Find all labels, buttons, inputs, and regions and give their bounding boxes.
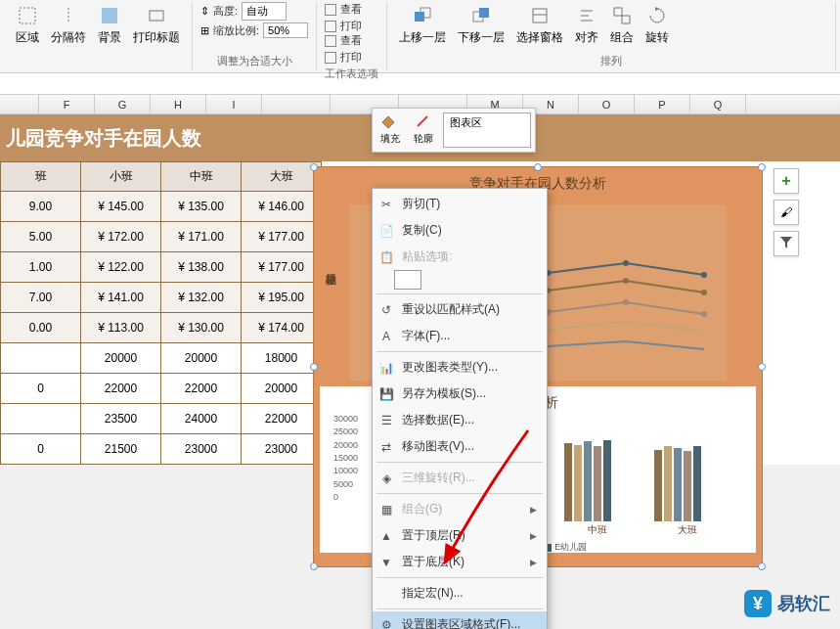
col-header[interactable]: P (635, 95, 690, 113)
col-header[interactable]: I (206, 95, 262, 113)
ribbon-label: 上移一层 (399, 29, 446, 46)
mini-label: 轮廓 (414, 132, 433, 146)
chart-styles-button[interactable]: 🖌 (774, 200, 799, 225)
menu-font[interactable]: A字体(F)... (373, 323, 547, 349)
menu-sep (376, 462, 543, 463)
rotate-icon (645, 4, 669, 27)
chart-element-combo[interactable]: 图表区 (443, 112, 531, 148)
menu-label: 字体(F)... (402, 328, 450, 344)
resize-handle[interactable] (758, 562, 766, 570)
svg-point-24 (701, 311, 707, 317)
menu-label: 三维旋转(R)... (402, 470, 475, 486)
send-backward-button[interactable]: 下移一层 (454, 2, 508, 48)
ribbon-print-titles-button[interactable]: 打印标题 (129, 2, 184, 48)
watermark: ¥ 易软汇 (744, 590, 830, 617)
align-button[interactable]: 对齐 (571, 2, 602, 48)
table-row: 0215002300023000 (1, 434, 322, 465)
ribbon-region-button[interactable]: 区域 (12, 2, 43, 48)
group-label: 排列 (395, 52, 827, 70)
col-header[interactable]: Q (690, 95, 746, 113)
col-header[interactable]: H (151, 95, 206, 113)
svg-rect-3 (150, 11, 163, 21)
menu-copy[interactable]: 📄复制(C) (373, 217, 547, 244)
group-menu-icon: ▦ (378, 502, 394, 517)
menu-label: 选择数据(E)... (402, 412, 474, 428)
svg-rect-6 (479, 8, 489, 18)
menu-reset[interactable]: ↺重设以匹配样式(A) (373, 296, 547, 323)
menu-label: 设置图表区域格式(F)... (402, 616, 520, 629)
col-header[interactable] (262, 95, 331, 113)
menu-label: 指定宏(N)... (402, 585, 464, 602)
menu-assign-macro[interactable]: 指定宏(N)... (373, 580, 547, 607)
chart-type-icon: 📊 (378, 360, 394, 376)
height-dropdown[interactable]: 自动 (242, 2, 287, 21)
table-row: 9.00¥ 145.00¥ 135.00¥ 146.00 (1, 192, 322, 222)
bring-forward-button[interactable]: 上移一层 (395, 2, 450, 48)
submenu-arrow-icon: ▶ (530, 558, 537, 567)
ribbon-label: 区域 (16, 29, 39, 46)
col-header[interactable]: O (579, 95, 635, 113)
mini-fill-button[interactable]: 填充 (376, 112, 404, 148)
mini-outline-button[interactable]: 轮廓 (410, 112, 437, 148)
ribbon-label: 组合 (610, 29, 634, 46)
data-table: 班 小班 中班 大班 9.00¥ 145.00¥ 135.00¥ 146.00 … (0, 161, 322, 465)
menu-save-template[interactable]: 💾另存为模板(S)... (373, 381, 547, 407)
ribbon-breaks-button[interactable]: 分隔符 (47, 2, 90, 48)
svg-marker-26 (382, 116, 394, 128)
col-header[interactable]: F (39, 95, 95, 113)
resize-handle[interactable] (310, 163, 318, 171)
menu-change-type[interactable]: 📊更改图表类型(Y)... (373, 354, 547, 381)
menu-cut[interactable]: ✂剪切(T) (373, 191, 547, 217)
menu-sep (376, 293, 543, 294)
bar-group (564, 440, 631, 521)
menu-group: ▦组合(G)▶ (373, 496, 547, 522)
menu-sep (376, 577, 543, 578)
menu-sep (376, 608, 543, 609)
ribbon-background-button[interactable]: 背景 (94, 2, 125, 48)
view-label: 查看 (340, 2, 362, 17)
resize-handle[interactable] (758, 363, 766, 371)
menu-select-data[interactable]: ☰选择数据(E)... (373, 407, 547, 433)
scale-dropdown[interactable]: 50% (263, 22, 308, 38)
menu-move-chart[interactable]: ⇄移动图表(V)... (373, 433, 547, 460)
resize-handle[interactable] (758, 163, 766, 171)
watermark-icon: ¥ (744, 590, 772, 617)
formula-bar[interactable] (0, 73, 840, 95)
print-checkbox-1[interactable] (325, 21, 336, 32)
col-header[interactable]: G (95, 95, 151, 113)
save-template-icon: 💾 (378, 386, 394, 402)
view-checkbox-1[interactable] (325, 4, 336, 16)
selection-pane-button[interactable]: 选择窗格 (512, 2, 567, 48)
th[interactable]: 中班 (161, 162, 242, 192)
resize-handle[interactable] (310, 562, 318, 570)
group-label: 工作表选项 (325, 65, 378, 83)
scissors-icon: ✂ (378, 197, 394, 212)
chart-filters-button[interactable] (774, 231, 799, 256)
paint-bucket-icon (382, 114, 398, 130)
menu-to-front[interactable]: ▲置于顶层(R)▶ (373, 522, 547, 549)
print-checkbox-2[interactable] (325, 52, 336, 64)
move-chart-icon: ⇄ (378, 439, 394, 455)
th[interactable]: 小班 (81, 162, 161, 192)
send-backward-icon (469, 4, 493, 27)
group-button[interactable]: 组合 (606, 2, 638, 48)
to-back-icon: ▼ (378, 555, 394, 570)
table-row: 0.00¥ 113.00¥ 130.00¥ 174.00 (1, 313, 322, 343)
ribbon-label: 下移一层 (458, 29, 505, 46)
menu-to-back[interactable]: ▼置于底层(K)▶ (373, 549, 547, 575)
rotate-button[interactable]: 旋转 (641, 2, 673, 48)
resize-handle[interactable] (534, 163, 542, 171)
chart-elements-button[interactable]: + (774, 168, 799, 194)
resize-handle[interactable] (310, 363, 318, 371)
view-checkbox-2[interactable] (325, 35, 336, 47)
ribbon-label: 旋转 (645, 29, 669, 46)
svg-point-20 (623, 278, 629, 284)
menu-format-chart-area[interactable]: ⚙设置图表区域格式(F)... (373, 611, 547, 629)
macro-icon (378, 586, 394, 602)
paste-thumbnail[interactable] (394, 270, 421, 290)
table-header-row: 班 小班 中班 大班 (1, 162, 322, 192)
bring-forward-icon (411, 4, 434, 27)
scale-icon: ⊞ (200, 24, 209, 37)
to-front-icon: ▲ (378, 528, 394, 544)
th[interactable]: 班 (1, 162, 81, 192)
